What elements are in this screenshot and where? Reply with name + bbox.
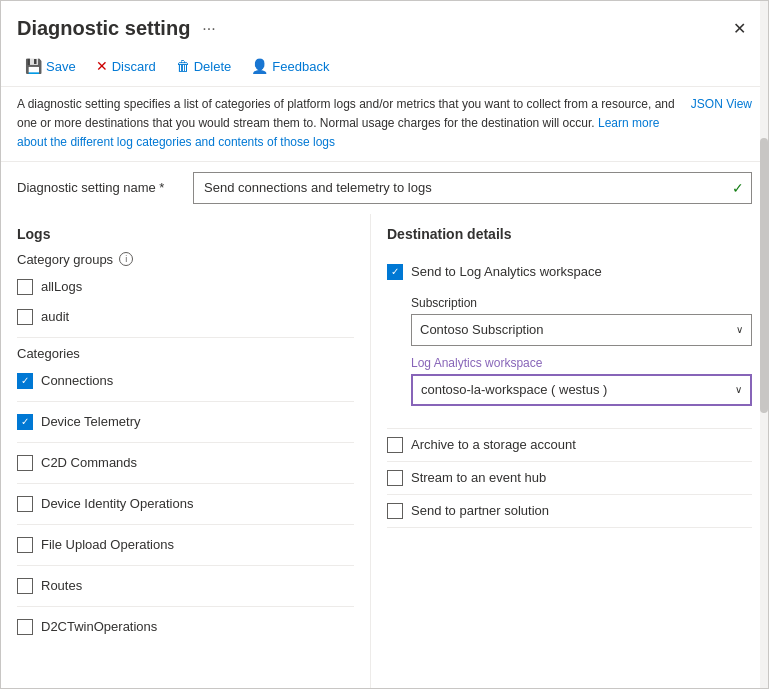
save-button[interactable]: 💾 Save <box>17 54 84 78</box>
workspace-label: Log Analytics workspace <box>411 356 752 370</box>
dest-item-log-analytics-header: ✓ Send to Log Analytics workspace <box>387 264 752 280</box>
separator-1 <box>17 337 354 338</box>
device-telemetry-label: Device Telemetry <box>41 414 140 429</box>
d2c-twin-checkbox[interactable] <box>17 619 33 635</box>
category-groups-info-icon[interactable]: i <box>119 252 133 266</box>
c2d-commands-checkbox[interactable] <box>17 455 33 471</box>
dialog-title-area: Diagnostic setting ··· <box>17 17 220 40</box>
partner-solution-label: Send to partner solution <box>411 503 549 518</box>
content-area: Logs Category groups i allLogs audit Cat… <box>1 214 768 688</box>
info-bar: A diagnostic setting specifies a list of… <box>1 86 768 161</box>
categories-label: Categories <box>17 346 354 361</box>
scrollbar-thumb[interactable] <box>760 214 768 414</box>
device-identity-label: Device Identity Operations <box>41 496 193 511</box>
checkbox-item-device-telemetry: ✓ Device Telemetry <box>17 410 354 434</box>
dest-item-log-analytics: ✓ Send to Log Analytics workspace Subscr… <box>387 256 752 429</box>
checkbox-item-allLogs: allLogs <box>17 275 354 299</box>
input-valid-icon: ✓ <box>732 180 744 196</box>
storage-account-checkbox[interactable] <box>387 437 403 453</box>
log-analytics-checkbox[interactable]: ✓ <box>387 264 403 280</box>
info-description: A diagnostic setting specifies a list of… <box>17 97 675 130</box>
allLogs-checkbox[interactable] <box>17 279 33 295</box>
device-telemetry-checkbox[interactable]: ✓ <box>17 414 33 430</box>
close-icon: ✕ <box>733 19 746 38</box>
allLogs-label: allLogs <box>41 279 82 294</box>
routes-label: Routes <box>41 578 82 593</box>
event-hub-label: Stream to an event hub <box>411 470 546 485</box>
setting-name-input[interactable] <box>193 172 752 204</box>
diagnostic-setting-dialog: Diagnostic setting ··· ✕ 💾 Save ✕ Discar… <box>0 0 769 689</box>
separator-4 <box>17 483 354 484</box>
workspace-value: contoso-la-workspace ( westus ) <box>421 382 607 397</box>
scrollbar[interactable] <box>760 214 768 688</box>
feedback-icon: 👤 <box>251 58 268 74</box>
audit-label: audit <box>41 309 69 324</box>
file-upload-checkbox[interactable] <box>17 537 33 553</box>
subscription-chevron-icon: ∨ <box>736 324 743 335</box>
setting-name-label: Diagnostic setting name * <box>17 180 177 195</box>
log-analytics-fields: Subscription Contoso Subscription ∨ Log … <box>387 296 752 416</box>
checkbox-item-routes: Routes <box>17 574 354 598</box>
ellipsis-button[interactable]: ··· <box>198 18 219 40</box>
setting-name-row: Diagnostic setting name * ✓ <box>1 161 768 214</box>
dest-item-storage: Archive to a storage account <box>387 429 752 462</box>
separator-2 <box>17 401 354 402</box>
checkbox-item-connections: ✓ Connections <box>17 369 354 393</box>
separator-6 <box>17 565 354 566</box>
feedback-button[interactable]: 👤 Feedback <box>243 54 337 78</box>
logs-section: Logs Category groups i allLogs audit Cat… <box>1 214 371 688</box>
separator-7 <box>17 606 354 607</box>
toolbar: 💾 Save ✕ Discard 🗑 Delete 👤 Feedback <box>1 50 768 86</box>
connections-label: Connections <box>41 373 113 388</box>
separator-5 <box>17 524 354 525</box>
category-groups-label: Category groups <box>17 252 113 267</box>
routes-checkbox[interactable] <box>17 578 33 594</box>
save-icon: 💾 <box>25 58 42 74</box>
destination-title: Destination details <box>387 226 752 242</box>
c2d-commands-label: C2D Commands <box>41 455 137 470</box>
close-button[interactable]: ✕ <box>727 15 752 42</box>
discard-label: Discard <box>112 59 156 74</box>
workspace-chevron-icon: ∨ <box>735 384 742 395</box>
discard-button[interactable]: ✕ Discard <box>88 54 164 78</box>
ellipsis-icon: ··· <box>202 20 215 37</box>
log-analytics-label: Send to Log Analytics workspace <box>411 264 602 279</box>
d2c-twin-label: D2CTwinOperations <box>41 619 157 634</box>
json-view-link[interactable]: JSON View <box>691 95 752 113</box>
file-upload-label: File Upload Operations <box>41 537 174 552</box>
delete-icon: 🗑 <box>176 58 190 74</box>
discard-icon: ✕ <box>96 58 108 74</box>
destination-section: Destination details ✓ Send to Log Analyt… <box>371 214 768 688</box>
partner-solution-checkbox[interactable] <box>387 503 403 519</box>
feedback-label: Feedback <box>272 59 329 74</box>
dest-item-event-hub: Stream to an event hub <box>387 462 752 495</box>
storage-account-label: Archive to a storage account <box>411 437 576 452</box>
separator-3 <box>17 442 354 443</box>
delete-button[interactable]: 🗑 Delete <box>168 54 240 78</box>
dest-item-partner: Send to partner solution <box>387 495 752 528</box>
setting-name-input-wrapper: ✓ <box>193 172 752 204</box>
audit-checkbox[interactable] <box>17 309 33 325</box>
delete-label: Delete <box>194 59 232 74</box>
workspace-dropdown[interactable]: contoso-la-workspace ( westus ) ∨ <box>411 374 752 406</box>
dialog-header: Diagnostic setting ··· ✕ <box>1 1 768 50</box>
checkbox-item-device-identity: Device Identity Operations <box>17 492 354 516</box>
category-groups-header: Category groups i <box>17 252 354 267</box>
checkbox-item-file-upload: File Upload Operations <box>17 533 354 557</box>
subscription-value: Contoso Subscription <box>420 322 544 337</box>
info-text: A diagnostic setting specifies a list of… <box>17 95 675 153</box>
dialog-title: Diagnostic setting <box>17 17 190 40</box>
checkbox-item-d2c-twin: D2CTwinOperations <box>17 615 354 639</box>
checkbox-item-audit: audit <box>17 305 354 329</box>
subscription-label: Subscription <box>411 296 752 310</box>
logs-section-title: Logs <box>17 226 354 242</box>
device-identity-checkbox[interactable] <box>17 496 33 512</box>
connections-checkbox[interactable]: ✓ <box>17 373 33 389</box>
save-label: Save <box>46 59 76 74</box>
subscription-dropdown[interactable]: Contoso Subscription ∨ <box>411 314 752 346</box>
event-hub-checkbox[interactable] <box>387 470 403 486</box>
checkbox-item-c2d-commands: C2D Commands <box>17 451 354 475</box>
